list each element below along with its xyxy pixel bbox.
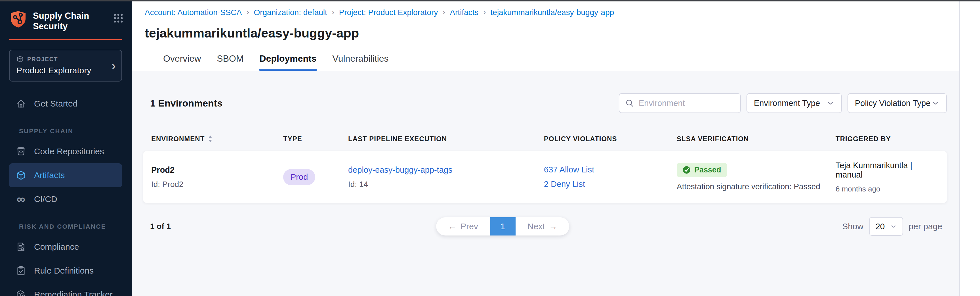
environment-search[interactable] bbox=[619, 93, 741, 113]
pipeline-execution-id: Id: 14 bbox=[348, 180, 544, 189]
code-repository-icon bbox=[15, 146, 27, 157]
sidebar-item-remediation-tracker[interactable]: Remediation Tracker bbox=[9, 283, 122, 296]
brand-divider bbox=[9, 39, 122, 40]
triggered-by-user: Teja Kummarikuntla | manual bbox=[835, 161, 939, 179]
slsa-verification-cell: Passed Attestation signature verificatio… bbox=[677, 163, 835, 191]
sidebar-header: Supply Chain Security bbox=[0, 0, 132, 32]
filter-controls: Environment Type Policy Violation Type bbox=[619, 93, 947, 113]
environments-count-heading: 1 Environments bbox=[150, 98, 223, 109]
type-cell: Prod bbox=[283, 169, 348, 185]
sidebar-item-cicd[interactable]: ∞ CI/CD bbox=[9, 187, 122, 211]
package-tag-icon bbox=[15, 290, 27, 296]
sidebar: Supply Chain Security PROJECT Product bbox=[0, 0, 132, 296]
sidebar-nav: Get Started SUPPLY CHAIN Code Repositori… bbox=[0, 92, 132, 296]
tab-sbom[interactable]: SBOM bbox=[217, 46, 243, 71]
environment-type-filter[interactable]: Environment Type bbox=[746, 93, 842, 113]
next-page-button[interactable]: Next → bbox=[515, 217, 570, 235]
section-label-supply-chain: SUPPLY CHAIN bbox=[19, 128, 132, 135]
sidebar-item-label: Artifacts bbox=[34, 170, 65, 180]
arrow-left-icon: ← bbox=[448, 222, 457, 231]
page-header: Account: Automation-SSCA › Organization:… bbox=[132, 2, 959, 46]
home-icon bbox=[15, 99, 27, 109]
page-size-select[interactable]: 20 bbox=[869, 217, 903, 236]
tab-overview[interactable]: Overview bbox=[163, 46, 201, 71]
sidebar-item-label: Compliance bbox=[34, 242, 79, 252]
page-title: tejakummarikuntla/easy-buggy-app bbox=[145, 26, 959, 41]
sidebar-item-compliance[interactable]: Compliance bbox=[9, 235, 122, 259]
breadcrumb-artifacts[interactable]: Artifacts bbox=[450, 8, 478, 17]
pipeline-execution-link[interactable]: deploy-easy-buggy-app-tags bbox=[348, 165, 544, 175]
prev-page-button[interactable]: ← Prev bbox=[436, 217, 490, 235]
attestation-detail: Attestation signature verification: Pass… bbox=[677, 182, 835, 191]
breadcrumb-separator: › bbox=[483, 7, 486, 18]
infinity-icon: ∞ bbox=[15, 193, 27, 205]
column-header-environment[interactable]: ENVIRONMENT bbox=[151, 134, 283, 143]
tab-vulnerabilities[interactable]: Vulnerabilities bbox=[332, 46, 389, 71]
chevron-down-icon bbox=[931, 99, 939, 107]
environment-id: Id: Prod2 bbox=[151, 180, 283, 189]
project-label-row: PROJECT bbox=[16, 55, 104, 63]
column-header-slsa-verification: SLSA VERIFICATION bbox=[677, 134, 835, 143]
policy-violations-cell: 637 Allow List 2 Deny List bbox=[544, 165, 677, 189]
sidebar-item-artifacts[interactable]: Artifacts bbox=[9, 163, 122, 187]
breadcrumb-separator: › bbox=[442, 7, 445, 18]
deployments-content: 1 Environments Environment Type bbox=[132, 71, 959, 296]
search-icon bbox=[625, 99, 634, 108]
supply-chain-security-logo-icon bbox=[9, 10, 27, 29]
sort-icon[interactable] bbox=[207, 134, 213, 143]
sidebar-item-label: Code Repositories bbox=[34, 147, 104, 156]
sidebar-item-label: Get Started bbox=[34, 99, 78, 109]
environment-name: Prod2 bbox=[151, 165, 283, 175]
project-selector[interactable]: PROJECT Product Exploratory › bbox=[9, 50, 122, 82]
breadcrumb-separator: › bbox=[332, 7, 334, 18]
sidebar-item-get-started[interactable]: Get Started bbox=[9, 92, 122, 115]
cube-icon bbox=[16, 55, 24, 63]
policy-violation-type-filter[interactable]: Policy Violation Type bbox=[848, 93, 947, 113]
app-window: Supply Chain Security PROJECT Product bbox=[0, 0, 980, 296]
table-header-row: ENVIRONMENT TYPE LAST PIPELINE EXECUTION… bbox=[143, 134, 947, 143]
scrollbar-track[interactable] bbox=[959, 2, 980, 296]
sidebar-item-label: CI/CD bbox=[34, 194, 57, 204]
page-size-control: Show 20 per page bbox=[842, 217, 942, 236]
table-row[interactable]: Prod2 Id: Prod2 Prod deploy-easy-buggy-a… bbox=[143, 151, 947, 203]
column-header-policy-violations: POLICY VIOLATIONS bbox=[544, 134, 677, 143]
prev-label: Prev bbox=[460, 222, 478, 231]
next-label: Next bbox=[527, 222, 545, 231]
environment-type-filter-label: Environment Type bbox=[754, 99, 820, 108]
project-name: Product Exploratory bbox=[16, 66, 104, 75]
policy-violation-type-filter-label: Policy Violation Type bbox=[855, 99, 931, 108]
breadcrumb-current-artifact[interactable]: tejakummarikuntla/easy-buggy-app bbox=[490, 8, 614, 17]
sidebar-item-code-repositories[interactable]: Code Repositories bbox=[9, 139, 122, 163]
sidebar-item-label: Rule Definitions bbox=[34, 266, 94, 275]
per-page-label: per page bbox=[909, 222, 942, 231]
clipboard-check-icon bbox=[15, 266, 27, 276]
breadcrumb-project[interactable]: Project: Product Exploratory bbox=[339, 8, 438, 17]
document-search-icon bbox=[15, 242, 27, 252]
main-area: Account: Automation-SSCA › Organization:… bbox=[132, 2, 959, 296]
sidebar-item-rule-definitions[interactable]: Rule Definitions bbox=[9, 259, 122, 283]
nine-dot-grid-icon[interactable] bbox=[113, 13, 123, 23]
deny-list-link[interactable]: 2 Deny List bbox=[544, 179, 677, 189]
environment-search-input[interactable] bbox=[638, 98, 735, 108]
toolbar: 1 Environments Environment Type bbox=[143, 93, 947, 113]
allow-list-link[interactable]: 637 Allow List bbox=[544, 165, 677, 174]
tab-deployments[interactable]: Deployments bbox=[259, 46, 317, 71]
breadcrumb-account[interactable]: Account: Automation-SSCA bbox=[145, 8, 242, 17]
environment-cell: Prod2 Id: Prod2 bbox=[151, 165, 283, 189]
breadcrumb: Account: Automation-SSCA › Organization:… bbox=[145, 7, 959, 18]
breadcrumb-organization[interactable]: Organization: default bbox=[254, 8, 327, 17]
column-header-triggered-by: TRIGGERED BY bbox=[835, 134, 939, 143]
column-header-last-pipeline-execution: LAST PIPELINE EXECUTION bbox=[348, 134, 544, 143]
page-1-button[interactable]: 1 bbox=[490, 217, 515, 235]
app-title: Supply Chain Security bbox=[33, 10, 113, 32]
cube-icon bbox=[15, 170, 27, 181]
project-label: PROJECT bbox=[27, 56, 58, 62]
triggered-by-cell: Teja Kummarikuntla | manual 6 months ago bbox=[835, 161, 939, 194]
slsa-passed-badge: Passed bbox=[677, 163, 727, 177]
column-header-type: TYPE bbox=[283, 134, 348, 143]
window-top-edge bbox=[0, 0, 980, 2]
page-summary: 1 of 1 bbox=[150, 222, 171, 231]
pagination-row: 1 of 1 ← Prev 1 Next → Show 20 bbox=[143, 217, 947, 236]
page-size-value: 20 bbox=[875, 222, 885, 231]
chevron-right-icon: › bbox=[111, 59, 116, 72]
